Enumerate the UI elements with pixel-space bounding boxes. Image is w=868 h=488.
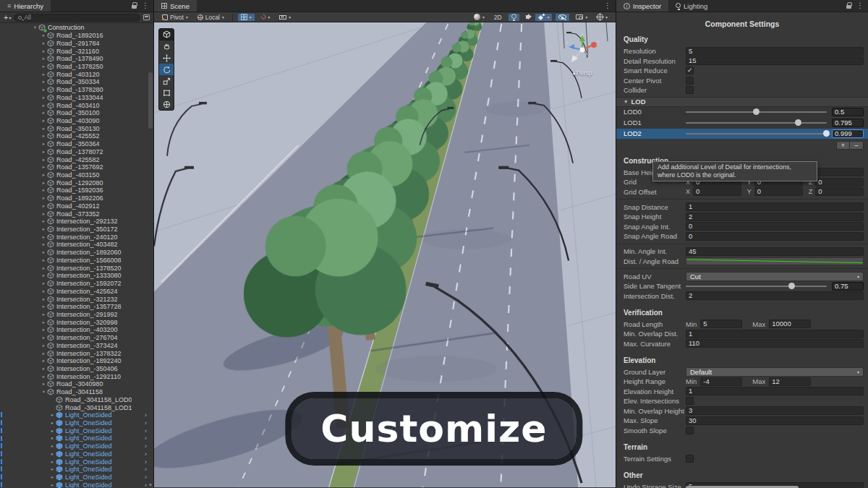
snap-distance-input[interactable]: 1	[686, 202, 864, 211]
hierarchy-row[interactable]: ▸ Road_-403410	[0, 101, 153, 109]
snap-angle-road-input[interactable]: 0	[686, 232, 864, 241]
lock-icon[interactable]	[846, 5, 851, 9]
expand-arrow-icon[interactable]: ▸	[41, 281, 47, 286]
hierarchy-row[interactable]: ▸ Road_-1892016	[0, 32, 153, 40]
expand-arrow-icon[interactable]: ▸	[49, 466, 56, 472]
scale-tool-button[interactable]	[159, 75, 174, 87]
hierarchy-row[interactable]: ▸ Road_-321160	[0, 47, 153, 55]
expand-arrow-icon[interactable]: ▸	[41, 118, 47, 124]
grid-offset-y-input[interactable]: 0	[754, 187, 803, 196]
pivot-mode-button[interactable]: Pivot ▾	[158, 13, 192, 22]
move-tool-button[interactable]	[159, 52, 174, 64]
expand-arrow-icon[interactable]: ▸	[41, 249, 47, 255]
prefab-open-chevron[interactable]: ›	[145, 474, 153, 481]
hierarchy-row[interactable]: ▸ Intersection_-1378322	[0, 349, 153, 357]
lod-slider[interactable]	[686, 133, 827, 134]
snap-angle-int-input[interactable]: 0	[686, 222, 864, 231]
expand-arrow-icon[interactable]: ▸	[41, 72, 47, 77]
rotate-tool-button[interactable]	[159, 64, 174, 75]
hierarchy-row[interactable]: ▸ Intersection_-1292110	[0, 372, 153, 380]
hierarchy-row[interactable]: ▸ Light_OneSided ›	[0, 427, 153, 435]
collider-checkbox[interactable]	[686, 86, 694, 94]
hierarchy-row[interactable]: ▾ Road_-3041158	[0, 388, 153, 396]
audio-toggle-button[interactable]	[522, 13, 532, 22]
expand-arrow-icon[interactable]: ▸	[41, 265, 47, 271]
hierarchy-row[interactable]: ▸ Light_OneSided ›	[0, 442, 153, 450]
smooth-slope-checkbox[interactable]	[686, 427, 694, 435]
expand-arrow-icon[interactable]: ▸	[41, 335, 47, 341]
hierarchy-row[interactable]: ▸ Road_-3040980	[0, 380, 153, 388]
road-uv-dropdown[interactable]: Cut ▾	[686, 272, 864, 281]
expand-arrow-icon[interactable]: ▸	[41, 79, 47, 85]
snap-height-input[interactable]: 2	[686, 213, 864, 221]
expand-arrow-icon[interactable]: ▸	[41, 95, 47, 100]
grid-offset-x-input[interactable]: 0	[693, 187, 741, 196]
hierarchy-row[interactable]: ▸ Road_-1378072	[0, 148, 153, 156]
side-lane-tangent-input[interactable]: 0.75	[832, 282, 864, 291]
hierarchy-row[interactable]: ▸ Intersection_-1333080	[0, 272, 153, 280]
hierarchy-row[interactable]: ▸ Intersection_-425624	[0, 287, 153, 295]
hierarchy-row[interactable]: ▸ Road_-403150	[0, 171, 153, 179]
expand-arrow-icon[interactable]: ▸	[41, 64, 47, 69]
center-pivot-checkbox[interactable]	[686, 77, 694, 85]
hierarchy-row[interactable]: ▸ Road_-350334	[0, 78, 153, 86]
lod-slider[interactable]	[686, 122, 827, 124]
hierarchy-row[interactable]: ▾ Construction	[0, 24, 153, 32]
expand-arrow-icon[interactable]: ▸	[41, 40, 47, 46]
lod-foldout[interactable]: ▼ LOD	[616, 97, 868, 107]
hierarchy-scrollbar[interactable]	[148, 72, 153, 129]
prefab-open-chevron[interactable]: ›	[145, 435, 153, 442]
slider-knob[interactable]	[788, 283, 795, 289]
snap-button[interactable]: ▾	[258, 13, 274, 22]
hierarchy-row[interactable]: ▸ Road_-403120	[0, 70, 153, 78]
expand-arrow-icon[interactable]: ▸	[41, 157, 47, 163]
expand-arrow-icon[interactable]: ▸	[41, 241, 47, 247]
slider-knob[interactable]	[753, 108, 760, 115]
expand-arrow-icon[interactable]: ▸	[49, 435, 56, 441]
hierarchy-row[interactable]: ▸ Intersection_-373424	[0, 341, 153, 349]
expand-arrow-icon[interactable]: ▸	[49, 412, 56, 418]
dist-angle-curve[interactable]	[686, 257, 864, 265]
hierarchy-row[interactable]: ▸ Road_-350100	[0, 109, 153, 117]
gizmos-button[interactable]: ▾	[593, 13, 611, 22]
hierarchy-row[interactable]: ▸ Road_-1892206	[0, 194, 153, 202]
expand-arrow-icon[interactable]: ▾	[32, 25, 38, 30]
view-tool-button[interactable]	[159, 40, 174, 52]
expand-arrow-icon[interactable]: ▸	[49, 443, 56, 449]
hierarchy-row[interactable]: ▸ Road_-373352	[0, 210, 153, 218]
lod-add-button[interactable]: +	[836, 141, 850, 150]
hierarchy-row[interactable]: ▸ Road_-350364	[0, 140, 153, 148]
expand-arrow-icon[interactable]: ▸	[41, 296, 47, 302]
smart-reduce-checkbox[interactable]	[686, 67, 694, 74]
lighting-toggle-button[interactable]	[508, 13, 520, 22]
hierarchy-row[interactable]: Road_-3041158_LOD1	[0, 403, 153, 411]
tab-lighting[interactable]: Lighting	[668, 0, 715, 12]
hierarchy-search-input[interactable]: All	[14, 14, 140, 22]
height-range-min-input[interactable]: -4	[700, 377, 742, 386]
tab-hierarchy[interactable]: ≡ Hierarchy	[0, 0, 51, 12]
expand-arrow-icon[interactable]: ▸	[41, 164, 47, 170]
hierarchy-row[interactable]: ▸ Intersection_-292132	[0, 218, 153, 226]
lod-slider[interactable]	[686, 111, 827, 113]
expand-arrow-icon[interactable]: ▸	[41, 226, 47, 232]
expand-arrow-icon[interactable]: ▸	[41, 187, 47, 193]
expand-arrow-icon[interactable]: ▸	[41, 172, 47, 178]
hierarchy-row[interactable]: ▸ Road_-402912	[0, 202, 153, 210]
handle-rotation-button[interactable]: Local ▾	[194, 13, 228, 22]
expand-arrow-icon[interactable]: ▸	[41, 56, 47, 61]
hierarchy-row[interactable]: ▸ Light_OneSided ›	[0, 474, 153, 481]
hierarchy-row[interactable]: ▸ Road_-1292080	[0, 179, 153, 187]
increment-snap-button[interactable]: ▾	[276, 13, 294, 22]
add-object-button[interactable]: + ▾	[4, 13, 11, 22]
expand-arrow-icon[interactable]: ▸	[41, 33, 47, 38]
expand-arrow-icon[interactable]: ▸	[41, 351, 47, 356]
tab-inspector[interactable]: Inspector	[616, 0, 668, 12]
hierarchy-row[interactable]: ▸ Road_-425582	[0, 155, 153, 163]
hierarchy-row[interactable]: ▸ Intersection_-240120	[0, 233, 153, 241]
prefab-open-chevron[interactable]: ›	[145, 450, 153, 458]
min-overlap-dist-input[interactable]: 1	[686, 330, 864, 338]
expand-arrow-icon[interactable]: ▸	[41, 288, 47, 294]
expand-arrow-icon[interactable]: ▸	[49, 451, 56, 457]
max-curvature-input[interactable]: 110	[686, 339, 864, 348]
hierarchy-row[interactable]: ▸ Road_-1592036	[0, 187, 153, 194]
